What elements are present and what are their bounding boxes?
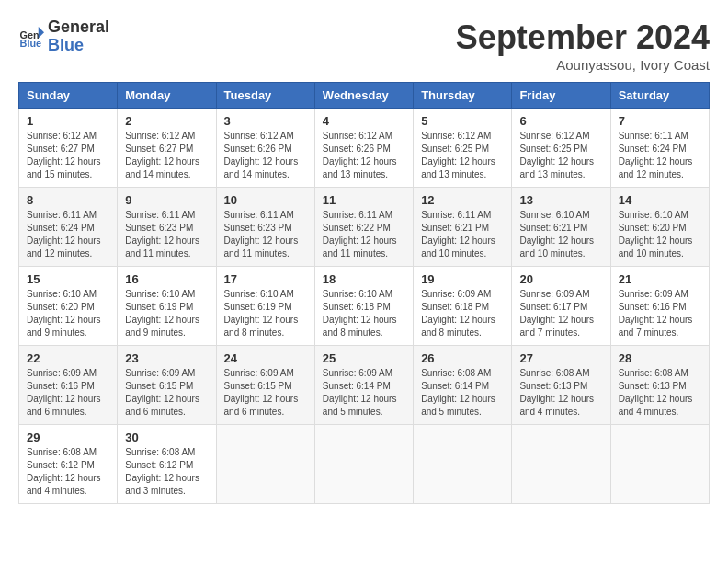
title-block: September 2024 Aounyassou, Ivory Coast bbox=[456, 18, 710, 73]
day-number: 3 bbox=[224, 114, 307, 128]
day-info: Sunrise: 6:09 AM Sunset: 6:16 PM Dayligh… bbox=[27, 367, 109, 419]
calendar-cell: 17Sunrise: 6:10 AM Sunset: 6:19 PM Dayli… bbox=[216, 267, 314, 346]
day-number: 26 bbox=[421, 351, 504, 365]
week-row-3: 15Sunrise: 6:10 AM Sunset: 6:20 PM Dayli… bbox=[19, 267, 710, 346]
calendar-cell bbox=[314, 425, 413, 504]
day-info: Sunrise: 6:12 AM Sunset: 6:27 PM Dayligh… bbox=[125, 130, 208, 181]
col-header-wednesday: Wednesday bbox=[314, 83, 413, 109]
day-number: 7 bbox=[619, 114, 701, 128]
day-number: 19 bbox=[421, 272, 504, 286]
day-number: 27 bbox=[519, 351, 602, 365]
calendar-cell: 14Sunrise: 6:10 AM Sunset: 6:20 PM Dayli… bbox=[610, 188, 709, 267]
day-info: Sunrise: 6:12 AM Sunset: 6:27 PM Dayligh… bbox=[27, 130, 109, 181]
day-number: 23 bbox=[125, 351, 208, 365]
day-number: 13 bbox=[519, 193, 602, 207]
day-info: Sunrise: 6:11 AM Sunset: 6:24 PM Dayligh… bbox=[619, 130, 701, 181]
day-number: 21 bbox=[619, 272, 701, 286]
day-number: 12 bbox=[421, 193, 504, 207]
day-info: Sunrise: 6:11 AM Sunset: 6:22 PM Dayligh… bbox=[323, 209, 405, 260]
col-header-thursday: Thursday bbox=[414, 83, 512, 109]
calendar-cell: 30Sunrise: 6:08 AM Sunset: 6:12 PM Dayli… bbox=[118, 425, 216, 504]
calendar-cell: 13Sunrise: 6:10 AM Sunset: 6:21 PM Dayli… bbox=[512, 188, 610, 267]
month-title: September 2024 bbox=[456, 18, 710, 57]
day-info: Sunrise: 6:08 AM Sunset: 6:13 PM Dayligh… bbox=[619, 367, 701, 419]
calendar-cell: 19Sunrise: 6:09 AM Sunset: 6:18 PM Dayli… bbox=[414, 267, 512, 346]
calendar-cell bbox=[216, 425, 314, 504]
day-info: Sunrise: 6:11 AM Sunset: 6:23 PM Dayligh… bbox=[224, 209, 307, 260]
calendar-cell: 4Sunrise: 6:12 AM Sunset: 6:26 PM Daylig… bbox=[314, 109, 413, 188]
calendar-cell: 1Sunrise: 6:12 AM Sunset: 6:27 PM Daylig… bbox=[19, 109, 118, 188]
calendar-cell: 10Sunrise: 6:11 AM Sunset: 6:23 PM Dayli… bbox=[216, 188, 314, 267]
day-info: Sunrise: 6:10 AM Sunset: 6:19 PM Dayligh… bbox=[125, 288, 208, 339]
svg-marker-2 bbox=[39, 27, 44, 38]
calendar-cell: 6Sunrise: 6:12 AM Sunset: 6:25 PM Daylig… bbox=[512, 109, 610, 188]
day-info: Sunrise: 6:12 AM Sunset: 6:26 PM Dayligh… bbox=[224, 130, 307, 181]
day-info: Sunrise: 6:08 AM Sunset: 6:12 PM Dayligh… bbox=[27, 446, 109, 498]
page-header: Gen Blue General Blue September 2024 Aou… bbox=[18, 18, 710, 73]
calendar-cell: 21Sunrise: 6:09 AM Sunset: 6:16 PM Dayli… bbox=[610, 267, 709, 346]
day-info: Sunrise: 6:12 AM Sunset: 6:26 PM Dayligh… bbox=[323, 130, 405, 181]
day-number: 4 bbox=[323, 114, 405, 128]
calendar-cell: 11Sunrise: 6:11 AM Sunset: 6:22 PM Dayli… bbox=[314, 188, 413, 267]
day-info: Sunrise: 6:11 AM Sunset: 6:23 PM Dayligh… bbox=[125, 209, 208, 260]
day-info: Sunrise: 6:12 AM Sunset: 6:25 PM Dayligh… bbox=[421, 130, 504, 181]
day-number: 16 bbox=[125, 272, 208, 286]
col-header-monday: Monday bbox=[118, 83, 216, 109]
day-info: Sunrise: 6:12 AM Sunset: 6:25 PM Dayligh… bbox=[519, 130, 602, 181]
day-info: Sunrise: 6:10 AM Sunset: 6:20 PM Dayligh… bbox=[27, 288, 109, 339]
day-info: Sunrise: 6:09 AM Sunset: 6:17 PM Dayligh… bbox=[519, 288, 602, 339]
week-row-1: 1Sunrise: 6:12 AM Sunset: 6:27 PM Daylig… bbox=[19, 109, 710, 188]
calendar-cell bbox=[610, 425, 709, 504]
calendar-cell: 18Sunrise: 6:10 AM Sunset: 6:18 PM Dayli… bbox=[314, 267, 413, 346]
day-number: 22 bbox=[27, 351, 109, 365]
day-number: 28 bbox=[619, 351, 701, 365]
day-number: 2 bbox=[125, 114, 208, 128]
calendar-cell: 3Sunrise: 6:12 AM Sunset: 6:26 PM Daylig… bbox=[216, 109, 314, 188]
calendar-cell: 15Sunrise: 6:10 AM Sunset: 6:20 PM Dayli… bbox=[19, 267, 118, 346]
col-header-sunday: Sunday bbox=[19, 83, 118, 109]
calendar-cell: 2Sunrise: 6:12 AM Sunset: 6:27 PM Daylig… bbox=[118, 109, 216, 188]
col-header-saturday: Saturday bbox=[610, 83, 709, 109]
day-info: Sunrise: 6:09 AM Sunset: 6:18 PM Dayligh… bbox=[421, 288, 504, 339]
calendar-cell: 29Sunrise: 6:08 AM Sunset: 6:12 PM Dayli… bbox=[19, 425, 118, 504]
day-info: Sunrise: 6:10 AM Sunset: 6:20 PM Dayligh… bbox=[619, 209, 701, 260]
day-info: Sunrise: 6:10 AM Sunset: 6:19 PM Dayligh… bbox=[224, 288, 307, 339]
calendar-cell: 22Sunrise: 6:09 AM Sunset: 6:16 PM Dayli… bbox=[19, 346, 118, 425]
day-info: Sunrise: 6:09 AM Sunset: 6:14 PM Dayligh… bbox=[323, 367, 405, 419]
day-number: 14 bbox=[619, 193, 701, 207]
calendar-cell: 28Sunrise: 6:08 AM Sunset: 6:13 PM Dayli… bbox=[610, 346, 709, 425]
calendar-body: 1Sunrise: 6:12 AM Sunset: 6:27 PM Daylig… bbox=[19, 109, 710, 504]
calendar-cell: 25Sunrise: 6:09 AM Sunset: 6:14 PM Dayli… bbox=[314, 346, 413, 425]
day-info: Sunrise: 6:10 AM Sunset: 6:21 PM Dayligh… bbox=[519, 209, 602, 260]
day-number: 18 bbox=[323, 272, 405, 286]
day-info: Sunrise: 6:08 AM Sunset: 6:14 PM Dayligh… bbox=[421, 367, 504, 419]
svg-text:Blue: Blue bbox=[20, 38, 42, 49]
calendar-cell: 9Sunrise: 6:11 AM Sunset: 6:23 PM Daylig… bbox=[118, 188, 216, 267]
location-subtitle: Aounyassou, Ivory Coast bbox=[456, 57, 710, 73]
calendar-cell: 8Sunrise: 6:11 AM Sunset: 6:24 PM Daylig… bbox=[19, 188, 118, 267]
calendar-cell: 5Sunrise: 6:12 AM Sunset: 6:25 PM Daylig… bbox=[414, 109, 512, 188]
calendar-cell bbox=[414, 425, 512, 504]
day-number: 15 bbox=[27, 272, 109, 286]
calendar-cell: 24Sunrise: 6:09 AM Sunset: 6:15 PM Dayli… bbox=[216, 346, 314, 425]
day-number: 29 bbox=[27, 431, 109, 444]
day-info: Sunrise: 6:09 AM Sunset: 6:16 PM Dayligh… bbox=[619, 288, 701, 339]
week-row-4: 22Sunrise: 6:09 AM Sunset: 6:16 PM Dayli… bbox=[19, 346, 710, 425]
day-number: 5 bbox=[421, 114, 504, 128]
day-number: 17 bbox=[224, 272, 307, 286]
calendar-cell: 23Sunrise: 6:09 AM Sunset: 6:15 PM Dayli… bbox=[118, 346, 216, 425]
day-number: 1 bbox=[27, 114, 109, 128]
day-number: 24 bbox=[224, 351, 307, 365]
calendar-table: SundayMondayTuesdayWednesdayThursdayFrid… bbox=[18, 82, 710, 504]
day-number: 20 bbox=[519, 272, 602, 286]
col-header-tuesday: Tuesday bbox=[216, 83, 314, 109]
logo-icon: Gen Blue bbox=[18, 24, 44, 50]
calendar-header-row: SundayMondayTuesdayWednesdayThursdayFrid… bbox=[19, 83, 710, 109]
day-info: Sunrise: 6:09 AM Sunset: 6:15 PM Dayligh… bbox=[224, 367, 307, 419]
day-number: 25 bbox=[323, 351, 405, 365]
day-info: Sunrise: 6:11 AM Sunset: 6:24 PM Dayligh… bbox=[27, 209, 109, 260]
day-info: Sunrise: 6:09 AM Sunset: 6:15 PM Dayligh… bbox=[125, 367, 208, 419]
week-row-5: 29Sunrise: 6:08 AM Sunset: 6:12 PM Dayli… bbox=[19, 425, 710, 504]
day-number: 10 bbox=[224, 193, 307, 207]
calendar-cell: 27Sunrise: 6:08 AM Sunset: 6:13 PM Dayli… bbox=[512, 346, 610, 425]
